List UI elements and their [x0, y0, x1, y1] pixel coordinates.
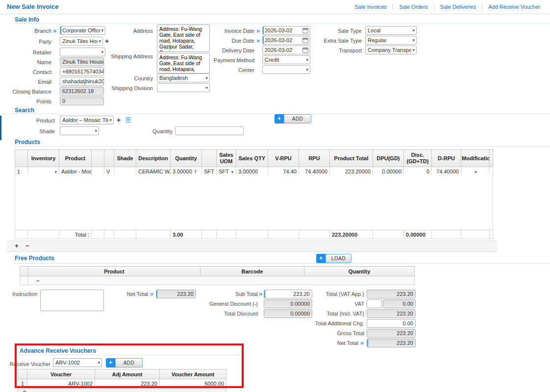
payment-method-value: Credit — [265, 56, 305, 64]
transport-select[interactable]: Company Transport ▾ — [365, 46, 417, 54]
gross-total-label: Gross Total — [299, 330, 364, 336]
load-plus-button[interactable]: + — [316, 254, 325, 263]
party-value: Zinuk Tiles House — [62, 37, 98, 45]
shipping-division-select[interactable]: ▾ — [157, 83, 210, 92]
col-header — [490, 150, 493, 167]
voucher-table-footer: − — [18, 389, 226, 392]
vat-input[interactable] — [367, 299, 382, 308]
search-quantity-input[interactable] — [175, 126, 244, 135]
delivery-date-input[interactable]: 2026-03-02 — [262, 46, 310, 54]
col-header — [202, 150, 217, 167]
sale-type-label: Sale Type — [309, 28, 362, 34]
col-header — [15, 150, 28, 167]
col-header — [20, 267, 28, 276]
chevron-down-icon: ▾ — [95, 127, 97, 135]
email-field[interactable]: shahadatjhinuk2015@g — [60, 77, 104, 86]
party-select[interactable]: Zinuk Tiles House ▾ — [60, 37, 103, 46]
section-title-sale-info: Sale Info — [15, 16, 39, 23]
blank-cell — [202, 230, 217, 239]
transport-value: Company Transport — [368, 46, 411, 54]
blank-cell — [299, 230, 330, 239]
product-list-icon[interactable]: ☰ — [125, 117, 131, 123]
search-add-button[interactable]: ADD — [284, 114, 311, 123]
search-product-select[interactable]: Aaldor – Mosaic Tile ▾ — [60, 116, 114, 124]
invoice-date-input[interactable]: 2026-03-02 — [262, 26, 310, 35]
contact-field[interactable]: +8801617574034 — [60, 67, 104, 76]
receive-voucher-value: ARV-1002 — [55, 359, 97, 367]
required-chevron-icon: » — [259, 291, 262, 297]
add-product-icon[interactable]: + — [117, 117, 121, 123]
blank-cell — [432, 230, 461, 239]
blank-cell — [136, 230, 171, 239]
country-select[interactable]: Bangladesh ▾ — [157, 74, 210, 82]
center-select[interactable]: ▾ — [262, 65, 310, 74]
retailer-select[interactable]: ▾ — [60, 48, 105, 56]
chevron-down-icon: ▾ — [412, 46, 415, 54]
total-product-total: 223.20000 — [330, 230, 373, 239]
invoice-date-value: 2026-03-02 — [265, 26, 302, 34]
net-total-right-label: Net Total — [293, 340, 358, 346]
minus-icon[interactable]: − — [36, 278, 39, 284]
net-total-left-field: 223.20 — [156, 290, 196, 298]
col-header — [18, 369, 27, 379]
total-additional-input[interactable]: 0.00 — [367, 319, 416, 328]
calendar-icon[interactable] — [302, 38, 308, 43]
receive-voucher-select[interactable]: ARV-1002 ▾ — [53, 358, 102, 367]
col-header — [104, 150, 114, 167]
top-nav: Sale Invoices Sale Orders Sale Deliverie… — [349, 2, 546, 11]
nav-sale-invoices[interactable]: Sale Invoices — [349, 4, 393, 10]
nav-sale-orders[interactable]: Sale Orders — [393, 4, 434, 10]
extra-sale-type-label: Extra Sale Type — [309, 38, 362, 44]
instruction-textarea[interactable] — [40, 290, 104, 311]
load-button[interactable]: LOAD — [325, 254, 351, 263]
due-date-input[interactable]: 2026-03-02 — [262, 36, 310, 45]
stepper-icon[interactable]: ▲▼ — [194, 169, 197, 174]
extra-sale-type-select[interactable]: Regular ▾ — [365, 36, 417, 45]
receive-voucher-label: Receive Voucher — [0, 361, 50, 367]
required-chevron-icon: » — [360, 340, 364, 346]
sale-type-value: Local — [368, 26, 411, 34]
vat-label: VAT — [299, 301, 364, 307]
search-product-label: Product — [6, 118, 55, 123]
branch-select[interactable]: Corporate Office ▾ — [60, 26, 105, 35]
delivery-date-value: 2026-03-02 — [265, 46, 302, 54]
shipping-division-label: Shipping Division — [104, 85, 153, 91]
total-incl-vat-label: Total (Incl. VAT) — [299, 311, 364, 317]
shade-select[interactable]: ▾ — [60, 126, 99, 135]
chevron-down-icon: ▾ — [412, 26, 415, 34]
blank-cell — [490, 230, 493, 239]
remove-row-button[interactable]: − — [25, 243, 29, 249]
nav-add-receive-voucher[interactable]: Add Receive Voucher — [482, 4, 546, 10]
section-title-search: Search — [15, 107, 34, 114]
col-header — [92, 150, 104, 167]
add-party-icon[interactable]: + — [105, 38, 109, 45]
products-table: Inventory Product Shade Description Quan… — [15, 149, 493, 176]
add-row-button[interactable]: + — [15, 243, 19, 249]
shade-label: Shade — [6, 128, 55, 134]
add-plus-button[interactable]: + — [275, 114, 284, 123]
due-date-label: Due Date — [200, 38, 254, 44]
sales-uom-value: SFT — [219, 169, 229, 174]
payment-method-label: Payment Method — [200, 57, 254, 63]
minus-icon[interactable]: − — [23, 388, 26, 392]
divider — [15, 146, 550, 147]
voucher-add-plus-button[interactable]: + — [106, 358, 115, 368]
required-chevron-icon: » — [256, 37, 260, 44]
calendar-icon[interactable] — [302, 28, 308, 33]
quantity-value[interactable]: 3.00000 — [173, 169, 193, 174]
instruction-label: Instruction — [0, 291, 37, 297]
section-title-products: Products — [15, 139, 40, 146]
chevron-down-icon: ▾ — [475, 170, 477, 174]
adj-amount-cell: 223.20 — [95, 379, 160, 388]
chevron-down-icon: ▾ — [54, 170, 57, 174]
payment-method-select[interactable]: Credit ▾ — [262, 55, 310, 64]
products-table-body-space — [15, 174, 493, 230]
gross-total-field: 223.20 — [367, 329, 416, 338]
nav-sale-deliveries[interactable]: Sale Deliveries — [434, 4, 482, 10]
points-field: 0 — [60, 97, 104, 105]
voucher-add-button[interactable]: ADD — [115, 358, 143, 368]
sale-type-select[interactable]: Local ▾ — [365, 26, 417, 35]
remove-free-product-row[interactable]: − — [28, 276, 415, 285]
blank-cell — [217, 230, 236, 239]
calendar-icon[interactable] — [302, 48, 308, 53]
